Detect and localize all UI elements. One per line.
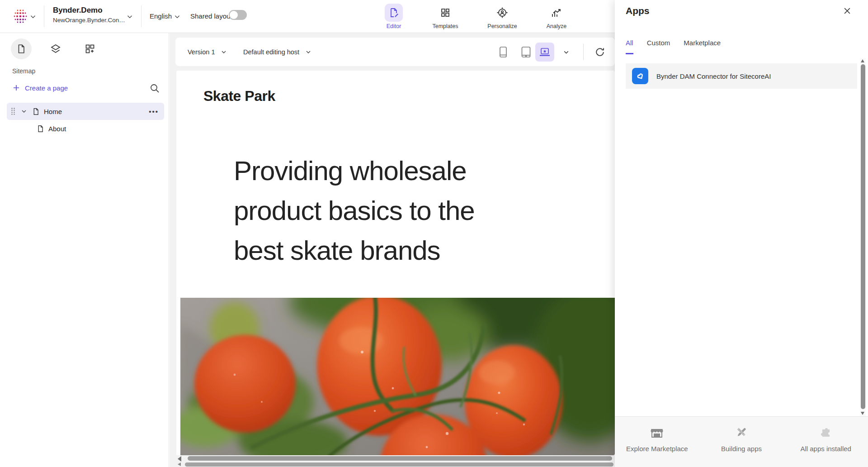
page-icon [37, 125, 44, 133]
scrollbar-thumb[interactable] [185, 462, 613, 467]
language-chevron-icon[interactable] [173, 13, 181, 21]
hero-image[interactable] [180, 298, 615, 455]
apps-panel: Apps All Custom Marketplace Bynder DAM C… [615, 0, 868, 467]
editor-icon [388, 7, 399, 18]
more-options-icon[interactable]: ••• [149, 108, 159, 115]
bynder-heart-icon [635, 71, 645, 81]
editing-host-selector[interactable]: Default editing host [243, 38, 312, 66]
scrollbar-thumb[interactable] [861, 64, 865, 409]
templates-icon [440, 7, 451, 18]
tab-personalize[interactable]: Personalize [476, 4, 528, 29]
device-desktop-button[interactable] [535, 43, 554, 62]
plus-icon [12, 84, 20, 92]
tab-analyze[interactable]: Analyze [535, 4, 578, 29]
site-name: Bynder.Demo [53, 6, 125, 15]
shared-layout-label: Shared layout [190, 12, 232, 20]
footer-label: All apps installed [800, 445, 851, 453]
storefront-icon [650, 427, 664, 438]
divider [44, 5, 44, 27]
tab-editor[interactable]: Editor [376, 4, 412, 29]
bynder-app-icon [632, 68, 648, 84]
scroll-down-icon[interactable] [861, 412, 864, 415]
page-preview[interactable]: Skate Park Providing wholesale product b… [176, 71, 615, 455]
drag-handle-icon[interactable] [10, 107, 16, 115]
chevron-down-icon [305, 48, 312, 56]
apps-tab-custom[interactable]: Custom [647, 39, 670, 54]
divider [583, 44, 584, 60]
top-bar: Bynder.Demo NewOrange.Bynder.Conn... Eng… [0, 0, 615, 33]
site-selector[interactable]: Bynder.Demo NewOrange.Bynder.Conn... [53, 6, 125, 24]
components-tool-button[interactable] [80, 38, 100, 59]
components-grid-icon [85, 43, 95, 54]
app-window: Bynder.Demo NewOrange.Bynder.Conn... Eng… [0, 0, 868, 467]
app-switcher-chevron-icon[interactable] [29, 13, 37, 21]
tomatoes-photo [180, 298, 615, 455]
tree-item-home[interactable]: Home ••• [7, 103, 164, 120]
tab-label: Personalize [487, 23, 517, 29]
version-label: Version 1 [188, 48, 215, 56]
phone-icon [499, 46, 508, 58]
analyze-icon [551, 7, 562, 19]
apps-panel-footer: Explore Marketplace Building apps [615, 416, 868, 467]
footer-label: Explore Marketplace [626, 445, 688, 453]
left-sidebar: Sitemap Create a page Home ••• About [0, 33, 169, 467]
create-page-label: Create a page [25, 84, 68, 92]
create-page-button[interactable]: Create a page [12, 84, 68, 92]
tree-item-label: About [48, 125, 66, 133]
footer-label: Building apps [721, 445, 762, 453]
version-selector[interactable]: Version 1 [188, 38, 227, 66]
apps-tab-marketplace[interactable]: Marketplace [684, 39, 721, 54]
vertical-scrollbar[interactable] [860, 58, 866, 416]
tree-item-label: Home [44, 108, 62, 115]
refresh-button[interactable] [590, 43, 609, 62]
layers-tool-button[interactable] [45, 38, 66, 59]
dot-circle-logo-icon [12, 8, 29, 25]
page-icon [16, 44, 26, 54]
search-icon[interactable] [149, 83, 160, 94]
device-phone-button[interactable] [494, 43, 513, 62]
scroll-left-icon[interactable] [178, 462, 181, 466]
tab-label: Editor [387, 23, 401, 29]
toggle-knob [230, 11, 238, 19]
tab-label: Templates [433, 23, 458, 29]
site-subtitle: NewOrange.Bynder.Conn... [53, 17, 125, 24]
sitemap-label: Sitemap [12, 67, 35, 75]
all-apps-installed-button[interactable]: All apps installed [783, 417, 868, 467]
page-icon [32, 108, 40, 115]
personalize-icon [496, 7, 508, 19]
apps-tabs: All Custom Marketplace [626, 39, 721, 54]
apps-tab-all[interactable]: All [626, 39, 633, 54]
shared-layout-toggle[interactable] [229, 10, 247, 20]
sitemap-tree: Home ••• About [7, 103, 164, 137]
app-name: Bynder DAM Connector for SitecoreAI [656, 72, 771, 80]
scroll-up-icon[interactable] [861, 59, 864, 62]
tablet-icon [521, 46, 531, 58]
tab-label: Analyze [547, 23, 566, 29]
building-apps-button[interactable]: Building apps [699, 417, 784, 467]
chevron-down-icon [220, 48, 227, 56]
device-menu-chevron-icon[interactable] [562, 48, 570, 56]
tab-templates[interactable]: Templates [422, 4, 468, 29]
xmcloud-logo[interactable] [11, 7, 30, 26]
hero-headline[interactable]: Providing wholesale product basics to th… [234, 151, 528, 271]
apps-panel-title: Apps [626, 5, 650, 16]
horizontal-scrollbar[interactable] [178, 456, 615, 461]
chevron-down-icon[interactable] [20, 108, 28, 115]
editing-canvas: Version 1 Default editing host [170, 33, 615, 467]
site-selector-chevron-icon[interactable] [126, 13, 134, 21]
close-panel-button[interactable] [841, 5, 854, 17]
horizontal-scrollbar-outer[interactable] [178, 462, 615, 467]
app-list-item[interactable]: Bynder DAM Connector for SitecoreAI [626, 63, 857, 89]
device-tablet-button[interactable] [516, 43, 535, 62]
pages-tool-button[interactable] [11, 38, 32, 59]
laptop-star-icon [539, 47, 551, 57]
page-title[interactable]: Skate Park [203, 88, 275, 105]
refresh-icon [595, 47, 605, 57]
scroll-left-icon[interactable] [178, 456, 181, 462]
scrollbar-thumb[interactable] [188, 456, 612, 461]
host-label: Default editing host [243, 48, 299, 56]
tree-item-about[interactable]: About [7, 120, 164, 137]
explore-marketplace-button[interactable]: Explore Marketplace [615, 417, 699, 467]
tools-icon [735, 426, 748, 438]
language-selector[interactable]: English [150, 12, 172, 20]
